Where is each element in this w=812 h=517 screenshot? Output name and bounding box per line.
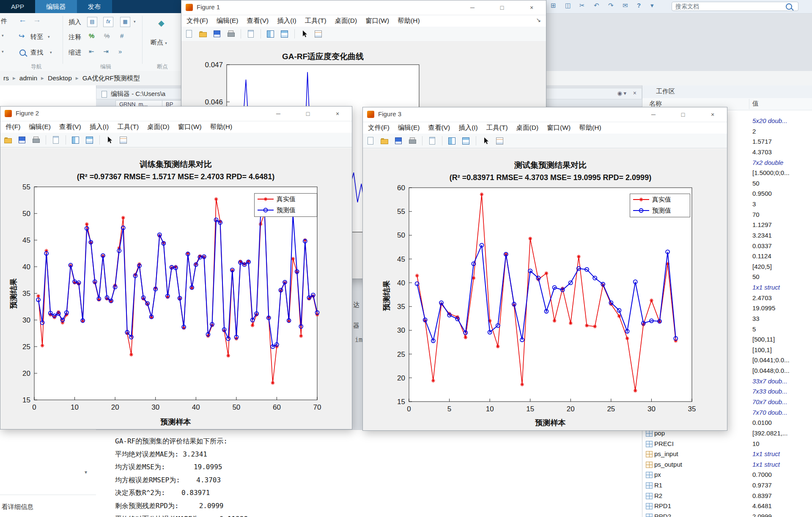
menu-item[interactable]: 编辑(E) — [394, 123, 424, 132]
menu-item[interactable]: 窗口(W) — [174, 123, 206, 131]
ribbon-tab-app[interactable]: APP — [0, 0, 35, 13]
menu-item[interactable]: 工具(T) — [301, 16, 331, 25]
close-button[interactable]: × — [704, 107, 721, 122]
menu-item[interactable]: 帮助(H) — [206, 123, 237, 131]
redo-icon[interactable]: ↷ — [608, 2, 614, 9]
window-icon[interactable]: ◫ — [565, 2, 571, 9]
workspace-row[interactable]: px0.7000 — [642, 470, 812, 480]
print-icon[interactable] — [32, 136, 40, 144]
menu-item[interactable]: 编辑(E) — [212, 16, 243, 25]
back-icon[interactable]: ← — [19, 15, 27, 25]
menu-item[interactable]: 窗口(W) — [361, 16, 393, 25]
minimize-button[interactable]: ─ — [645, 107, 662, 122]
menu-item[interactable]: 文件(F) — [364, 123, 394, 132]
print-icon[interactable] — [408, 137, 417, 145]
search-icon[interactable] — [786, 3, 792, 10]
indent-right-icon[interactable]: ⇥ — [103, 48, 109, 55]
insert-legend-icon[interactable] — [462, 137, 470, 145]
uncomment-icon[interactable]: % — [104, 32, 110, 39]
print-preview-icon[interactable] — [247, 30, 255, 38]
close-button[interactable]: × — [329, 107, 346, 121]
panel-menu-icon[interactable]: ◉ ▾ — [617, 90, 626, 96]
smart-indent-icon[interactable]: » — [118, 48, 122, 55]
window-titlebar[interactable]: Figure 1 ─ □ × — [181, 0, 546, 15]
menu-item[interactable]: 查看(V) — [242, 16, 273, 25]
chevron-down-icon[interactable]: ▾ — [134, 19, 136, 24]
menu-item[interactable]: 查看(V) — [424, 123, 454, 132]
menu-item[interactable]: 插入(I) — [454, 123, 482, 132]
feedback-icon[interactable]: ✉ — [623, 2, 628, 9]
column-divider[interactable] — [749, 99, 749, 109]
layout-icon[interactable]: ⊞ — [551, 2, 556, 9]
window-titlebar[interactable]: Figure 3 ─ □ × — [363, 107, 727, 122]
wrap-comment-icon[interactable]: # — [120, 32, 123, 39]
plot-browser-icon[interactable] — [496, 137, 504, 145]
insert-colorbar-icon[interactable] — [266, 30, 275, 38]
menu-item[interactable]: 桌面(D) — [512, 123, 543, 132]
file-menu-label[interactable]: 件 — [1, 17, 7, 25]
save-icon[interactable] — [394, 137, 403, 145]
maximize-button[interactable]: □ — [299, 107, 316, 121]
open-icon[interactable] — [380, 137, 389, 145]
menu-item[interactable]: 工具(T) — [482, 123, 512, 132]
goto-button[interactable]: 转至 — [30, 33, 43, 41]
search-input[interactable] — [672, 2, 798, 11]
print-preview-icon[interactable] — [52, 136, 60, 144]
new-figure-icon[interactable] — [185, 30, 193, 38]
breadcrumb-item[interactable]: GA优化RF预测模型 — [82, 74, 140, 83]
dock-icon[interactable]: ↘ — [536, 16, 541, 23]
menu-item[interactable]: 工具(T) — [113, 123, 143, 131]
ribbon-tab-editor[interactable]: 编辑器 — [35, 0, 77, 13]
minimize-button[interactable]: ─ — [270, 107, 287, 121]
chevron-down-icon[interactable]: ▾ — [2, 49, 4, 54]
chevron-down-icon[interactable]: ▾ — [50, 50, 52, 55]
undo-icon[interactable]: ↶ — [594, 2, 599, 9]
chevron-down-icon[interactable]: ▾ — [2, 33, 4, 38]
help-icon[interactable]: ? — [637, 2, 641, 9]
menu-item[interactable]: 插入(I) — [85, 123, 113, 131]
find-button[interactable]: 查找 — [30, 49, 43, 57]
comment-icon[interactable]: % — [89, 32, 94, 39]
cut-icon[interactable]: ✂ — [579, 2, 585, 9]
figure-window-2[interactable]: Figure 2 ─ □ × 件(F)编辑(E)查看(V)插入(I)工具(T)桌… — [0, 106, 352, 429]
figure-window-3[interactable]: Figure 3 ─ □ × 文件(F)编辑(E)查看(V)插入(I)工具(T)… — [362, 107, 727, 431]
insert-legend-icon[interactable] — [85, 136, 94, 144]
menu-item[interactable]: 编辑(E) — [25, 123, 55, 131]
breadcrumb-item[interactable]: admin — [19, 74, 37, 82]
legend[interactable]: 真实值 预测值 — [254, 193, 317, 217]
menu-item[interactable]: 查看(V) — [55, 123, 85, 131]
cursor-icon[interactable] — [482, 137, 490, 145]
cursor-icon[interactable] — [300, 30, 309, 38]
maximize-button[interactable]: □ — [494, 0, 510, 15]
workspace-row[interactable]: ps_input1x1 struct — [642, 449, 812, 460]
insert-field-icon[interactable]: ▦ — [120, 17, 130, 27]
close-button[interactable]: × — [523, 0, 540, 15]
chevron-down-icon[interactable]: ▾ — [85, 469, 87, 475]
save-icon[interactable] — [213, 30, 221, 38]
indent-label[interactable]: 缩进 — [69, 49, 81, 57]
open-icon[interactable] — [199, 30, 207, 38]
breadcrumb-item[interactable]: Desktop — [48, 74, 72, 82]
command-window[interactable]: GA-RF的预测集的评价结果如下所示:平均绝对误差MAE为: 3.2341均方误… — [96, 429, 642, 517]
breadcrumb-item[interactable]: rs — [3, 74, 9, 82]
insert-label[interactable]: 插入 — [69, 18, 81, 26]
print-icon[interactable] — [227, 30, 235, 38]
legend[interactable]: 真实值 预测值 — [630, 194, 690, 217]
window-titlebar[interactable]: Figure 2 ─ □ × — [0, 107, 352, 121]
menu-item[interactable]: 帮助(H) — [393, 16, 424, 25]
plot-browser-icon[interactable] — [119, 136, 128, 144]
workspace-row[interactable]: R20.8397 — [642, 491, 812, 501]
workspace-row[interactable]: ps_output1x1 struct — [642, 460, 812, 470]
workspace-row[interactable]: RPD14.6481 — [642, 501, 812, 512]
ribbon-tab-publish[interactable]: 发布 — [77, 0, 112, 13]
menu-item[interactable]: 文件(F) — [182, 16, 212, 25]
breakpoints-button[interactable]: 断点 ▾ — [151, 38, 167, 47]
column-header-value[interactable]: 值 — [752, 100, 759, 108]
minimize-button[interactable]: ─ — [464, 0, 481, 15]
menu-item[interactable]: 件(F) — [1, 123, 25, 131]
save-icon[interactable] — [18, 136, 26, 144]
maximize-button[interactable]: □ — [675, 107, 691, 122]
insert-colorbar-icon[interactable] — [71, 136, 80, 144]
chevron-down-icon[interactable]: ▾ — [48, 35, 50, 39]
menu-item[interactable]: 桌面(D) — [143, 123, 174, 131]
